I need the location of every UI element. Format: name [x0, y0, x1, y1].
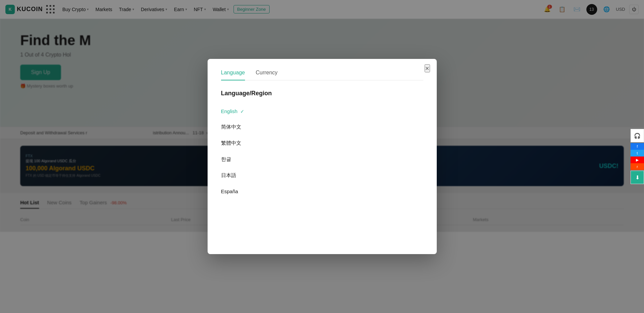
reddit-icon[interactable]: r	[631, 163, 644, 170]
facebook-icon[interactable]: f	[631, 143, 644, 150]
language-label: 한글	[221, 156, 231, 163]
language-item-simplified-chinese[interactable]: 简体中文	[221, 119, 423, 135]
language-label: 繁體中文	[221, 140, 241, 146]
modal-overlay[interactable]: × Language Currency Language/Region Engl…	[0, 0, 644, 313]
youtube-icon[interactable]: ▶	[631, 156, 644, 163]
tab-language[interactable]: Language	[221, 70, 245, 80]
language-list: English ✓ 简体中文 繁體中文 한글 日本語 España	[221, 104, 423, 199]
download-icon[interactable]: ⬇	[631, 171, 644, 184]
language-item-english[interactable]: English ✓	[221, 104, 423, 119]
language-item-traditional-chinese[interactable]: 繁體中文	[221, 135, 423, 151]
section-title: Language/Region	[221, 90, 423, 97]
check-icon: ✓	[240, 109, 244, 114]
language-modal: × Language Currency Language/Region Engl…	[208, 59, 437, 254]
close-button[interactable]: ×	[425, 64, 430, 72]
right-sidebar: 🎧 f t ▶ r ⬇	[631, 129, 644, 184]
language-item-korean[interactable]: 한글	[221, 151, 423, 168]
twitter-icon[interactable]: t	[631, 150, 644, 156]
social-icons: f t ▶ r	[631, 143, 644, 170]
language-item-spanish[interactable]: España	[221, 184, 423, 199]
language-label: España	[221, 188, 238, 194]
tab-currency[interactable]: Currency	[256, 70, 278, 80]
language-label: English	[221, 108, 238, 114]
language-label: 日本語	[221, 172, 236, 179]
modal-tabs: Language Currency	[221, 70, 423, 80]
language-item-japanese[interactable]: 日本語	[221, 168, 423, 184]
language-label: 简体中文	[221, 124, 241, 130]
headset-icon[interactable]: 🎧	[631, 129, 644, 142]
